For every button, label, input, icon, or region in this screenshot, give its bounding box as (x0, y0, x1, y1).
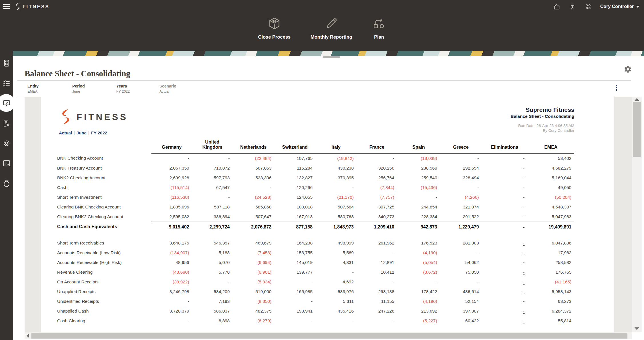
cell-eliminations[interactable]: - (482, 267, 527, 277)
home-icon[interactable] (553, 3, 560, 10)
user-menu[interactable]: Cory Controller (600, 4, 639, 9)
user-name: Cory Controller (600, 4, 634, 9)
money-bag-icon (2, 179, 11, 188)
column-header-netherlands: Netherlands (233, 140, 274, 153)
cube-icon (267, 17, 281, 30)
cell-emea: 63,273 (527, 297, 574, 306)
page-settings-gear-icon[interactable] (624, 65, 632, 73)
cell-germany: 2,699,926 (151, 173, 192, 183)
cell-emea: 6,284,372 (527, 306, 574, 316)
cell-germany: 3,648,175 (151, 238, 192, 248)
pov-kebab-menu-icon[interactable] (614, 85, 618, 91)
cell-united-kingdom: 67,547 (192, 183, 233, 192)
sidebar-item-funds[interactable] (0, 173, 13, 193)
cell-greece: - (440, 183, 482, 192)
cell-italy: 507,584 (315, 202, 357, 212)
table-row: Revenue Clearing(43,680)5,778(6,901)139,… (57, 267, 574, 277)
pov-dim-entity[interactable]: Entity EMEA (27, 84, 72, 94)
cell-emea: 5,047,983 (527, 212, 574, 222)
scroll-down-arrow-icon[interactable] (635, 327, 639, 330)
cell-eliminations[interactable]: - (482, 238, 527, 248)
cell-eliminations[interactable]: - (482, 297, 527, 306)
cell-eliminations[interactable]: - (482, 248, 527, 258)
cell-france: 320,250 (357, 163, 397, 173)
cell-netherlands: - (233, 183, 274, 192)
accessibility-icon[interactable] (569, 3, 576, 10)
row-label: Unapplied Receipts (57, 287, 151, 297)
nav-monthly-reporting[interactable]: Monthly Reporting (311, 17, 352, 40)
table-row: Unidentified Receipts-7,193(8,350)-5,311… (57, 297, 574, 306)
cell-netherlands: 507,647 (233, 212, 274, 222)
cell-greece: 75,050 (440, 267, 482, 277)
cell-eliminations[interactable]: - (482, 277, 527, 287)
apps-waffle-icon[interactable] (585, 3, 592, 10)
cell-eliminations: - (482, 202, 527, 212)
pov-dim-years[interactable]: Years FY 2022 (116, 84, 159, 94)
cell-italy: - (315, 267, 357, 277)
nav-close-process[interactable]: Close Process (258, 17, 291, 40)
report-run-by: By Cory Controller (511, 128, 574, 133)
vertical-scroll-thumb[interactable] (633, 102, 641, 157)
cell-germany: - (151, 297, 192, 306)
report-s-icon (58, 109, 74, 126)
scroll-up-arrow-icon[interactable] (635, 98, 639, 101)
sidebar-item-document-settings[interactable] (0, 113, 13, 133)
hamburger-menu-icon[interactable] (3, 4, 10, 9)
horizontal-scroll-thumb[interactable] (31, 333, 627, 339)
pencil-icon (325, 17, 338, 30)
spacer-row (57, 232, 574, 238)
cell-france: 12,891 (357, 258, 397, 267)
settings-gear-icon (2, 139, 11, 148)
cell-eliminations: - (482, 153, 527, 163)
cell-netherlands: (7,453) (233, 248, 274, 258)
nav-label: Close Process (258, 34, 291, 40)
cell-united-kingdom: 5,188 (192, 248, 233, 258)
sidebar-item-process-status[interactable] (0, 53, 13, 73)
report-pov-year: FY 2022 (91, 130, 107, 135)
cell-germany: - (151, 316, 192, 326)
top-bar: FITNESS Cory Controller (0, 0, 644, 13)
cell-emea: 4,548,337 (527, 202, 574, 212)
cell-eliminations: - (482, 212, 527, 222)
cell-france: (7,757) (357, 192, 397, 202)
cell-united-kingdom: 584,209 (192, 287, 233, 297)
cell-spain: (5,054) (397, 258, 440, 267)
cell-spain: (15,436) (397, 183, 440, 192)
cell-germany: (43,680) (151, 267, 192, 277)
cell-italy: - (315, 183, 357, 192)
table-row: BNK2 Checking Account2,699,926597,793523… (57, 173, 574, 183)
cell-spain: - (397, 277, 440, 287)
cell-greece: 321,074 (440, 202, 482, 212)
cell-switzerland: 165,985 (274, 287, 315, 297)
cell-switzerland: 167,913 (274, 212, 315, 222)
scroll-left-arrow-icon[interactable] (27, 333, 29, 338)
cell-eliminations[interactable]: - (482, 306, 527, 316)
pov-dim-period[interactable]: Period June (72, 84, 116, 94)
cell-spain: 213,692 (397, 306, 440, 316)
pov-bar: Entity EMEAPeriod JuneYears FY 2022Scena… (17, 80, 631, 97)
cell-france: 340,273 (357, 212, 397, 222)
cell-united-kingdom: 7,193 (192, 297, 233, 306)
horizontal-scrollbar[interactable] (25, 332, 632, 339)
vertical-scrollbar[interactable] (632, 97, 642, 332)
nav-plan[interactable]: Plan (372, 17, 386, 40)
sidebar-item-media-monitor[interactable] (0, 93, 13, 113)
cell-united-kingdom: 2,299,724 (192, 222, 233, 232)
cell-germany: 2,067,350 (151, 163, 192, 173)
cell-france: - (357, 153, 397, 163)
cell-france: 293,138 (357, 287, 397, 297)
cell-eliminations[interactable]: - (482, 258, 527, 267)
cell-eliminations[interactable]: - (482, 316, 527, 326)
cell-eliminations: - (482, 222, 527, 232)
sidebar-item-task-list[interactable] (0, 73, 13, 93)
cell-germany: - (151, 153, 192, 163)
cell-greece: 1,229,479 (440, 222, 482, 232)
sidebar-item-reports[interactable] (0, 153, 13, 173)
sidebar-item-settings[interactable] (0, 133, 13, 153)
row-label: Cash and Cash Equivalents (57, 222, 151, 232)
pov-dim-scenario[interactable]: Scenario Actual (159, 84, 245, 94)
cell-switzerland: 153,755 (274, 248, 315, 258)
collapse-handle[interactable] (323, 56, 340, 58)
cell-switzerland: 164,238 (274, 238, 315, 248)
cell-eliminations[interactable]: - (482, 287, 527, 297)
